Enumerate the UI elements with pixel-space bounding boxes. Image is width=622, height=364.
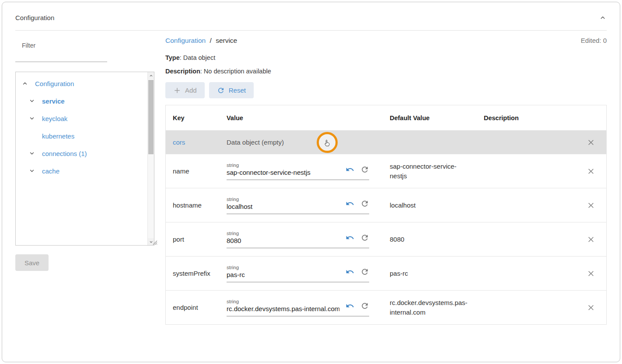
value-field: string bbox=[227, 265, 369, 282]
reset-value-icon[interactable] bbox=[360, 165, 369, 174]
reset-button[interactable]: Reset bbox=[209, 82, 254, 98]
tree-item-kubernetes[interactable]: kubernetes bbox=[16, 127, 147, 145]
remove-row-button[interactable] bbox=[586, 200, 596, 211]
value-type-label: string bbox=[227, 163, 339, 168]
tree-item-connections[interactable]: connections (1) bbox=[16, 145, 147, 162]
value-type-label: string bbox=[227, 231, 339, 236]
row-key: name bbox=[166, 167, 220, 175]
default-value: rc.docker.devsystems.pas-internal.com bbox=[383, 298, 477, 317]
close-icon bbox=[587, 270, 594, 277]
collapse-panel-icon[interactable] bbox=[599, 14, 607, 21]
row-key: hostname bbox=[166, 201, 220, 209]
reset-value-icon[interactable] bbox=[360, 233, 369, 242]
chevron-down-icon[interactable] bbox=[29, 168, 35, 174]
value-type-label: string bbox=[227, 299, 339, 304]
panel-title: Configuration bbox=[15, 14, 54, 21]
chevron-down-icon[interactable] bbox=[29, 150, 35, 156]
reset-value-icon[interactable] bbox=[360, 199, 369, 208]
table-header-row: Key Value Default Value Description bbox=[166, 105, 606, 130]
panel-header: Configuration bbox=[2, 2, 620, 30]
chevron-down-icon[interactable] bbox=[29, 98, 35, 104]
remove-cors-button[interactable] bbox=[586, 137, 596, 148]
row-key: port bbox=[166, 236, 220, 243]
reset-button-label: Reset bbox=[229, 87, 246, 94]
table-row-systemPrefix: systemPrefix string bbox=[166, 256, 606, 290]
plus-icon bbox=[173, 87, 181, 94]
config-tree: Configuration service keycloak bbox=[15, 72, 154, 246]
scrollbar-thumb[interactable] bbox=[148, 80, 154, 154]
hand-cursor-icon bbox=[323, 139, 332, 148]
type-label: Type bbox=[165, 54, 180, 61]
undo-icon[interactable] bbox=[346, 302, 354, 310]
value-field: string bbox=[227, 163, 369, 180]
scroll-up-icon[interactable] bbox=[148, 72, 154, 79]
filter-label: Filter bbox=[15, 42, 107, 49]
breadcrumb-separator: / bbox=[210, 37, 212, 44]
filter-input[interactable] bbox=[15, 49, 107, 62]
undo-icon[interactable] bbox=[346, 267, 354, 276]
tree-item-keycloak[interactable]: keycloak bbox=[16, 110, 147, 127]
default-value: localhost bbox=[383, 201, 477, 210]
resize-grip-icon[interactable] bbox=[151, 239, 157, 245]
tree-item-label[interactable]: service bbox=[42, 97, 65, 105]
save-button[interactable]: Save bbox=[15, 254, 49, 271]
tree-item-service[interactable]: service bbox=[16, 92, 147, 110]
col-header-value: Value bbox=[220, 114, 383, 121]
row-key: endpoint bbox=[166, 304, 220, 311]
undo-icon[interactable] bbox=[346, 233, 354, 242]
tree-scrollbar[interactable] bbox=[147, 72, 154, 245]
cors-key-link[interactable]: cors bbox=[173, 139, 185, 146]
table-row-name: name string bbox=[166, 154, 606, 188]
value-input[interactable] bbox=[227, 169, 339, 176]
breadcrumb-root-link[interactable]: Configuration bbox=[165, 37, 206, 44]
tree-item-label[interactable]: Configuration bbox=[35, 80, 74, 87]
breadcrumb: Configuration / service bbox=[165, 37, 237, 45]
table-row-port: port string bbox=[166, 222, 606, 256]
breadcrumb-current: service bbox=[216, 37, 237, 44]
row-key: systemPrefix bbox=[166, 270, 220, 277]
remove-row-button[interactable] bbox=[586, 268, 596, 279]
chevron-up-icon[interactable] bbox=[22, 80, 28, 87]
value-input[interactable] bbox=[227, 305, 339, 312]
remove-row-button[interactable] bbox=[586, 166, 596, 177]
tree-item-label[interactable]: cache bbox=[42, 167, 59, 175]
tree-sidebar: Filter Configuration servi bbox=[15, 31, 154, 271]
panel-content: Filter Configuration servi bbox=[2, 31, 620, 338]
table-row-cors[interactable]: cors Data object (empty) bbox=[166, 130, 606, 154]
default-value: pas-rc bbox=[383, 269, 477, 278]
reset-value-icon[interactable] bbox=[360, 302, 369, 310]
table-row-endpoint: endpoint string bbox=[166, 290, 606, 324]
undo-icon[interactable] bbox=[346, 165, 354, 174]
chevron-down-icon[interactable] bbox=[29, 115, 35, 121]
tree-item-label[interactable]: keycloak bbox=[42, 115, 67, 122]
type-line: Type: Data object bbox=[165, 54, 607, 61]
scrollbar-track[interactable] bbox=[148, 79, 154, 238]
tree-item-label[interactable]: kubernetes bbox=[42, 132, 74, 140]
tree-item-label[interactable]: connections (1) bbox=[42, 150, 87, 157]
tree-item-cache[interactable]: cache bbox=[16, 162, 147, 180]
add-button[interactable]: Add bbox=[165, 82, 205, 98]
value-input[interactable] bbox=[227, 203, 339, 210]
close-icon bbox=[587, 236, 594, 243]
value-input[interactable] bbox=[227, 237, 339, 244]
tree-list: Configuration service keycloak bbox=[16, 72, 147, 245]
value-input[interactable] bbox=[227, 271, 339, 278]
config-table: Key Value Default Value Description cors… bbox=[165, 105, 607, 325]
col-header-default: Default Value bbox=[383, 114, 477, 121]
value-type-label: string bbox=[227, 265, 339, 270]
col-header-key: Key bbox=[166, 114, 220, 121]
description-value: : No description available bbox=[200, 68, 271, 75]
reset-value-icon[interactable] bbox=[360, 267, 369, 276]
remove-row-button[interactable] bbox=[586, 302, 596, 313]
remove-row-button[interactable] bbox=[586, 234, 596, 245]
value-field: string bbox=[227, 231, 369, 248]
cors-object-value: Data object (empty) bbox=[227, 139, 284, 146]
value-type-label: string bbox=[227, 197, 339, 202]
undo-icon[interactable] bbox=[346, 199, 354, 208]
tree-item-configuration[interactable]: Configuration bbox=[16, 75, 147, 92]
refresh-icon bbox=[217, 87, 225, 94]
description-label: Description bbox=[165, 68, 200, 75]
edited-count-badge: Edited: 0 bbox=[581, 37, 607, 44]
default-value: 8080 bbox=[383, 235, 477, 244]
close-icon bbox=[587, 168, 594, 175]
